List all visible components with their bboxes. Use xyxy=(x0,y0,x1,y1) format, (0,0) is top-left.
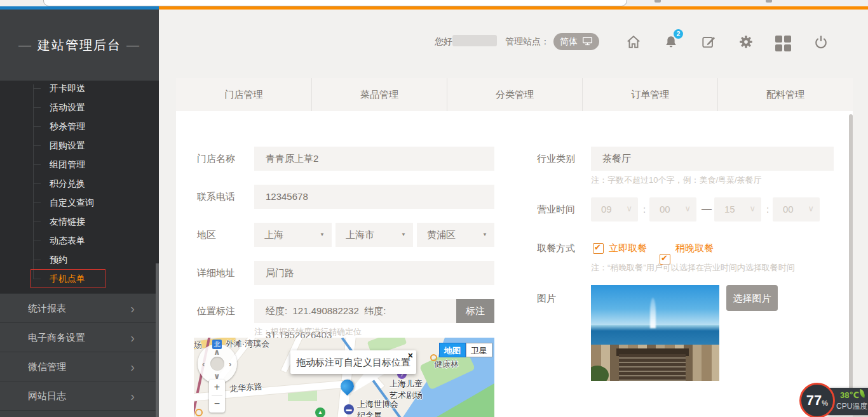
poi-ring-icon xyxy=(430,354,437,361)
zoom-in-button[interactable]: + xyxy=(209,380,225,395)
map-label-park: 健康林 xyxy=(434,359,459,370)
chevron-right-icon: › xyxy=(130,352,135,381)
address-input[interactable]: 局门路 xyxy=(254,261,494,285)
accent-bar-orange xyxy=(159,6,868,10)
north-indicator: 北 xyxy=(212,340,222,349)
close-icon[interactable]: × xyxy=(408,351,413,361)
location-note: 注：根据经纬度进行精确定位 xyxy=(254,326,362,338)
longitude-label: 经度: xyxy=(266,305,287,316)
cpu-temp-label: CPU温度 xyxy=(836,401,867,412)
dropdown-arrow-icon: ▼ xyxy=(320,223,325,247)
store-photo xyxy=(591,285,719,381)
open-minute-select[interactable]: 00 ∨ xyxy=(649,197,696,222)
chevron-right-icon: › xyxy=(130,381,135,411)
sidebar-item-groupbuy[interactable]: 团购设置 xyxy=(50,139,145,152)
dropdown-arrow-icon: ▼ xyxy=(401,223,406,247)
edit-icon[interactable] xyxy=(700,34,717,50)
time-colon: : xyxy=(643,197,646,222)
cpu-percent: 77 xyxy=(806,392,822,409)
sidebar-item-mobile-order[interactable]: 手机点单 xyxy=(50,272,145,285)
choose-image-button[interactable]: 选择图片 xyxy=(726,285,778,311)
title-dash: — xyxy=(18,38,32,52)
sidebar-scrollbar[interactable] xyxy=(156,263,159,417)
sidebar-section-logs[interactable]: 网站日志 › xyxy=(0,381,159,410)
district-select[interactable]: 黄浦区 ▼ xyxy=(417,223,494,247)
chevron-right-icon: › xyxy=(130,294,135,323)
museum-poi-icon: ▬ xyxy=(344,404,354,414)
tab-ingredient-manage[interactable]: 配料管理 xyxy=(717,78,853,111)
chevron-right-icon: › xyxy=(130,323,135,352)
phone-input[interactable]: 12345678 xyxy=(254,185,494,209)
longitude-value: 121.490882232 xyxy=(293,305,359,316)
sidebar-item-group-manage[interactable]: 组团管理 xyxy=(50,158,145,171)
sidebar-item-points[interactable]: 积分兑换 xyxy=(50,177,145,190)
pickup-label: 取餐方式 xyxy=(537,242,575,255)
address-label: 详细地址 xyxy=(197,267,235,279)
image-label: 图片 xyxy=(537,293,556,305)
industry-note: 注：字数不超过10个字，例：美食/粤菜/茶餐厅 xyxy=(591,175,762,186)
browser-address-bar[interactable] xyxy=(43,0,627,6)
zoom-out-button[interactable]: − xyxy=(209,396,225,412)
power-icon[interactable] xyxy=(813,34,829,50)
close-hour-select[interactable]: 15 ∨ xyxy=(714,197,761,222)
sidebar-item-links[interactable]: 友情链接 xyxy=(50,215,145,228)
dropdown-chevron-icon: ∨ xyxy=(626,197,632,220)
screen: —建站管理后台— 开卡即送 活动设置 秒杀管理 团购设置 组团管理 积分兑换 自… xyxy=(0,0,868,417)
settings-gear-icon[interactable] xyxy=(738,34,754,50)
sidebar: —建站管理后台— 开卡即送 活动设置 秒杀管理 团购设置 组团管理 积分兑换 自… xyxy=(0,10,159,417)
close-minute-select[interactable]: 00 ∨ xyxy=(773,197,820,222)
home-icon[interactable] xyxy=(625,34,642,50)
pickup-later-label[interactable]: 稍晚取餐 xyxy=(675,242,714,255)
tab-dish-manage[interactable]: 菜品管理 xyxy=(311,78,447,111)
content-scrollbar[interactable] xyxy=(849,114,853,409)
store-name-label: 门店名称 xyxy=(197,153,235,165)
check-icon: ✔ xyxy=(594,242,601,252)
sidebar-item-dynamic-form[interactable]: 动态表单 xyxy=(50,234,145,247)
fountain xyxy=(650,298,656,328)
pan-left-icon[interactable]: ‹ xyxy=(202,359,205,369)
notification-badge: 2 xyxy=(674,29,683,39)
sidebar-section-wechat[interactable]: 微信管理 › xyxy=(0,352,159,381)
time-colon: : xyxy=(766,197,769,222)
app-title: —建站管理后台— xyxy=(13,37,146,54)
tab-category-manage[interactable]: 分类管理 xyxy=(447,78,582,111)
tab-order-manage[interactable]: 订单管理 xyxy=(582,78,717,111)
industry-input[interactable]: 茶餐厅 xyxy=(591,147,834,171)
sidebar-item-flash-sale[interactable]: 秒杀管理 xyxy=(50,120,145,133)
cpu-gauge[interactable]: 77 % xyxy=(799,383,835,417)
sidebar-section-ecommerce[interactable]: 电子商务设置 › xyxy=(0,322,159,352)
map-type-map-button[interactable]: 地图 xyxy=(439,343,466,357)
map-widget[interactable]: 场 外滩·湾璞会 健康林 龙华东路 上海儿童艺术剧场 上海世博会纪念展 ▬ ▲ … xyxy=(194,338,494,417)
pickup-now-checkbox[interactable]: ✔ xyxy=(593,243,604,254)
mark-location-button[interactable]: 标注 xyxy=(456,299,494,323)
hours-label: 营业时间 xyxy=(537,204,575,216)
map-pan-control[interactable]: ∧ ∨ ‹ › xyxy=(198,344,237,383)
pan-knob[interactable] xyxy=(210,357,224,371)
dropdown-chevron-icon: ∨ xyxy=(684,197,691,220)
sidebar-item-custom-query[interactable]: 自定义查询 xyxy=(50,196,145,209)
latitude-label: 纬度: xyxy=(364,305,386,316)
sidebar-header: —建站管理后台— xyxy=(0,10,159,81)
pickup-note: 注：“稍晚取餐”用户可以选择在营业时间内选择取餐时间 xyxy=(591,262,795,274)
province-select[interactable]: 上海 ▼ xyxy=(254,223,332,247)
region-label: 地区 xyxy=(197,229,216,241)
language-switch-button[interactable]: 简体 xyxy=(553,33,599,50)
tab-store-manage[interactable]: 门店管理 xyxy=(176,78,311,111)
sidebar-item-booking[interactable]: 预约 xyxy=(50,253,145,266)
greeting-text: 您好 xyxy=(435,36,452,48)
location-field[interactable]: 经度: 121.490882232 纬度: 31.1952626403 xyxy=(254,299,456,323)
store-name-input[interactable]: 青青原上草2 xyxy=(254,147,494,171)
map-type-satellite-button[interactable]: 卫星 xyxy=(466,343,492,357)
dropdown-chevron-icon: ∨ xyxy=(808,197,814,220)
pan-right-icon[interactable]: › xyxy=(229,359,231,369)
sidebar-item-card-gift[interactable]: 开卡即送 xyxy=(50,82,145,95)
title-dash: — xyxy=(126,38,140,52)
apps-grid-icon[interactable] xyxy=(775,35,792,52)
pickup-now-label[interactable]: 立即取餐 xyxy=(609,242,647,255)
city-select[interactable]: 上海市 ▼ xyxy=(336,223,413,247)
sidebar-item-activity[interactable]: 活动设置 xyxy=(50,101,145,114)
open-hour-select[interactable]: 09 ∨ xyxy=(591,197,638,222)
dropdown-arrow-icon: ▼ xyxy=(482,223,487,247)
sidebar-section-reports[interactable]: 统计报表 › xyxy=(0,293,159,322)
tab-bar: 门店管理 菜品管理 分类管理 订单管理 配料管理 xyxy=(176,78,853,111)
